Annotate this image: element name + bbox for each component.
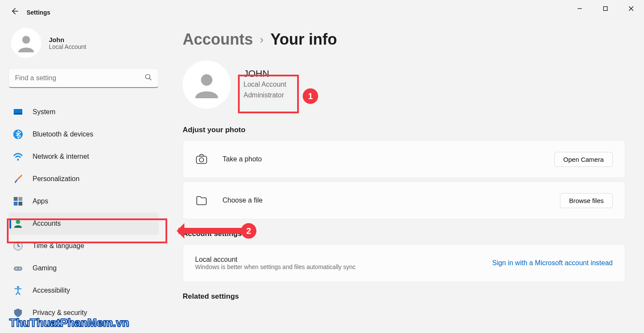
accessibility-icon: [13, 285, 23, 296]
svg-rect-18: [14, 266, 22, 271]
profile-account-type: Local Account: [244, 79, 286, 90]
breadcrumb: Accounts › Your info: [183, 30, 625, 48]
apps-icon: [13, 196, 23, 206]
svg-point-6: [145, 74, 150, 79]
person-icon: [17, 33, 36, 52]
profile-role: Administrator: [244, 90, 286, 101]
svg-rect-1: [604, 7, 608, 11]
search-icon[interactable]: [144, 73, 152, 83]
paintbrush-icon: [13, 174, 23, 184]
svg-point-21: [17, 286, 19, 288]
svg-rect-9: [14, 113, 22, 115]
minimize-button[interactable]: [567, 0, 593, 17]
breadcrumb-parent[interactable]: Accounts: [183, 30, 253, 48]
watermark: ThuThuatPhanMem.vn: [9, 316, 129, 330]
svg-point-5: [22, 36, 30, 44]
sidebar-item-gaming[interactable]: Gaming: [9, 257, 159, 279]
gamepad-icon: [13, 263, 23, 273]
search-box[interactable]: [9, 68, 159, 88]
sidebar-item-label: Bluetooth & devices: [33, 130, 93, 138]
sidebar-item-network[interactable]: Network & internet: [9, 145, 159, 168]
svg-rect-14: [14, 202, 18, 206]
sidebar-item-system[interactable]: System: [9, 101, 159, 123]
accounts-icon: [13, 218, 23, 229]
folder-icon: [195, 194, 208, 207]
svg-point-24: [199, 158, 204, 162]
maximize-button[interactable]: [593, 0, 618, 17]
search-input[interactable]: [15, 74, 135, 82]
person-icon: [193, 71, 220, 98]
breadcrumb-current: Your info: [271, 30, 337, 48]
avatar: [11, 28, 41, 58]
browse-files-button[interactable]: Browse files: [560, 193, 613, 208]
choose-file-label: Choose a file: [223, 197, 560, 204]
local-account-card: Local account Windows is better when set…: [183, 244, 625, 282]
section-related-settings: Related settings: [183, 292, 625, 301]
sidebar-item-label: Accounts: [33, 220, 61, 227]
profile-avatar-large: [183, 61, 231, 109]
sidebar-item-bluetooth[interactable]: Bluetooth & devices: [9, 123, 159, 145]
sidebar-item-accounts[interactable]: Accounts: [9, 212, 159, 235]
nav-list: System Bluetooth & devices Network & int…: [9, 101, 159, 324]
svg-rect-12: [14, 197, 18, 201]
svg-line-7: [149, 78, 151, 80]
sidebar-item-label: Gaming: [33, 264, 57, 272]
sidebar-item-accessibility[interactable]: Accessibility: [9, 279, 159, 302]
app-title: Settings: [27, 9, 50, 16]
sidebar-item-label: Network & internet: [33, 153, 89, 160]
content-area: Accounts › Your info JOHN Local Account …: [167, 21, 644, 333]
svg-point-22: [201, 74, 213, 86]
sidebar-item-label: Apps: [33, 197, 48, 205]
camera-icon: [195, 153, 208, 166]
sidebar-item-label: Time & language: [33, 242, 84, 250]
sidebar: John Local Account System Bluetooth & de…: [0, 21, 167, 333]
sign-in-ms-link[interactable]: Sign in with a Microsoft account instead: [492, 259, 613, 267]
svg-rect-23: [196, 156, 207, 163]
clock-globe-icon: [13, 241, 23, 251]
back-arrow-icon[interactable]: [10, 7, 19, 18]
sidebar-item-label: Accessibility: [33, 287, 70, 294]
profile-name: John: [49, 36, 86, 43]
sidebar-item-personalization[interactable]: Personalization: [9, 168, 159, 190]
profile-info-text: JOHN Local Account Administrator: [244, 68, 286, 101]
sidebar-item-label: Privacy & security: [33, 309, 87, 317]
svg-rect-13: [18, 197, 22, 201]
svg-point-16: [16, 220, 20, 224]
take-photo-card: Take a photo Open Camera: [183, 140, 625, 178]
sidebar-item-time-language[interactable]: Time & language: [9, 235, 159, 257]
profile-info-header: JOHN Local Account Administrator: [183, 61, 625, 109]
title-bar: Settings: [0, 0, 644, 21]
sidebar-item-apps[interactable]: Apps: [9, 190, 159, 212]
bluetooth-icon: [13, 129, 23, 139]
local-account-title: Local account: [195, 256, 492, 263]
svg-point-20: [19, 268, 21, 269]
close-button[interactable]: [618, 0, 644, 17]
chevron-right-icon: ›: [260, 33, 264, 46]
annotation-arrow: [178, 228, 243, 234]
take-photo-label: Take a photo: [223, 155, 554, 163]
choose-file-card: Choose a file Browse files: [183, 182, 625, 219]
annotation-badge-2: 2: [241, 223, 256, 239]
profile-header[interactable]: John Local Account: [9, 25, 159, 66]
profile-display-name: JOHN: [244, 68, 286, 79]
open-camera-button[interactable]: Open Camera: [554, 152, 613, 167]
system-icon: [13, 107, 23, 117]
section-adjust-photo: Adjust your photo: [183, 126, 625, 134]
window-controls: [567, 0, 644, 17]
local-account-subtitle: Windows is better when settings and file…: [195, 263, 492, 270]
sidebar-item-label: Personalization: [33, 175, 79, 183]
annotation-badge-1: 1: [303, 88, 318, 104]
sidebar-item-label: System: [33, 108, 55, 116]
svg-rect-15: [18, 202, 22, 206]
wifi-icon: [13, 151, 23, 162]
profile-subtitle: Local Account: [49, 43, 86, 50]
svg-point-11: [17, 159, 19, 160]
svg-point-19: [16, 268, 17, 269]
